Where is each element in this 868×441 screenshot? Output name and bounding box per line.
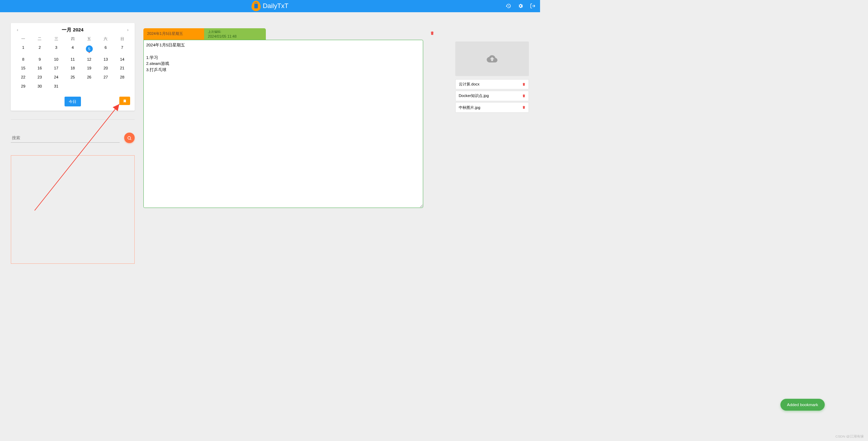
search-button[interactable]: [124, 133, 135, 143]
calendar-prev-button[interactable]: [15, 28, 20, 32]
file-name: 云计算.docx: [459, 82, 480, 87]
calendar-next-button[interactable]: [126, 28, 130, 32]
app-title: DailyTxT: [263, 2, 289, 10]
calendar-day[interactable]: 19: [81, 64, 97, 72]
app-title-group: DailyTxT: [252, 1, 289, 11]
calendar-month-label: 一月 2024: [62, 27, 83, 33]
header-actions: [506, 3, 536, 9]
calendar-day: [98, 82, 114, 90]
calendar-day[interactable]: 30: [32, 82, 48, 90]
calendar-day[interactable]: 5: [81, 43, 97, 54]
calendar-day[interactable]: 21: [114, 64, 130, 72]
calendar-day[interactable]: 17: [48, 64, 64, 72]
calendar-day[interactable]: 22: [15, 73, 31, 81]
delete-entry-button[interactable]: [430, 31, 435, 36]
calendar-day[interactable]: 18: [65, 64, 81, 72]
calendar-dow: 六: [98, 35, 114, 43]
svg-point-0: [128, 136, 130, 139]
calendar-day: [81, 82, 97, 90]
entry-header: 2024年1月5日星期五 上次编辑: 2024/01/05 11:48: [143, 28, 266, 39]
file-delete-button[interactable]: [522, 82, 526, 86]
calendar-dow: 日: [114, 35, 130, 43]
today-button[interactable]: 今日: [65, 97, 81, 106]
calendar-day[interactable]: 8: [15, 55, 31, 63]
file-name: Docker知识点.jpg: [459, 93, 489, 98]
search-input[interactable]: [11, 133, 120, 143]
file-row[interactable]: Docker知识点.jpg: [455, 91, 529, 101]
calendar-day[interactable]: 31: [48, 82, 64, 90]
gear-icon[interactable]: [518, 3, 523, 9]
calendar-day[interactable]: 12: [81, 55, 97, 63]
calendar-day[interactable]: 4: [65, 43, 81, 54]
calendar-dow: 二: [32, 35, 48, 43]
calendar-day[interactable]: 14: [114, 55, 130, 63]
entry-meta-tab: 上次编辑: 2024/01/05 11:48: [204, 28, 266, 39]
calendar-day[interactable]: 7: [114, 43, 130, 54]
calendar-day[interactable]: 25: [65, 73, 81, 81]
entry-date-tab: 2024年1月5日星期五: [143, 28, 204, 39]
calendar-day[interactable]: 11: [65, 55, 81, 63]
calendar-dow: 四: [65, 35, 81, 43]
calendar-day[interactable]: 10: [48, 55, 64, 63]
calendar-day[interactable]: 13: [98, 55, 114, 63]
history-icon[interactable]: [506, 3, 511, 9]
calendar-day[interactable]: 26: [81, 73, 97, 81]
logout-icon[interactable]: [530, 3, 536, 9]
calendar-day[interactable]: 3: [48, 43, 64, 54]
upload-zone[interactable]: [455, 42, 529, 76]
calendar-day[interactable]: 1: [15, 43, 31, 54]
calendar-day: [114, 82, 130, 90]
calendar-dow: 五: [81, 35, 97, 43]
calendar-card: 一月 2024 一二三四五六日 123456789101112131415161…: [11, 23, 135, 111]
calendar-day[interactable]: 23: [32, 73, 48, 81]
file-delete-button[interactable]: [522, 94, 526, 98]
calendar-day[interactable]: 6: [98, 43, 114, 54]
last-edit-label: 上次编辑:: [208, 30, 262, 34]
cloud-upload-icon: [487, 53, 497, 64]
file-row[interactable]: 中秋图片.jpg: [455, 102, 529, 112]
bookmark-button[interactable]: [119, 97, 130, 105]
search-results-panel: [11, 155, 135, 264]
file-name: 中秋图片.jpg: [459, 105, 480, 110]
file-delete-button[interactable]: [522, 105, 526, 109]
last-edit-time: 2024/01/05 11:48: [208, 34, 262, 38]
app-header: DailyTxT: [0, 0, 540, 12]
entry-editor[interactable]: [143, 40, 423, 208]
calendar-day[interactable]: 2: [32, 43, 48, 54]
calendar-day[interactable]: 29: [15, 82, 31, 90]
calendar-day[interactable]: 9: [32, 55, 48, 63]
sidebar-divider: [11, 119, 135, 120]
app-logo: [252, 1, 261, 11]
calendar-day[interactable]: 16: [32, 64, 48, 72]
calendar-day[interactable]: 20: [98, 64, 114, 72]
calendar-day[interactable]: 15: [15, 64, 31, 72]
calendar-dow: 一: [15, 35, 31, 43]
calendar-day: [65, 82, 81, 90]
calendar-day[interactable]: 24: [48, 73, 64, 81]
file-row[interactable]: 云计算.docx: [455, 79, 529, 89]
calendar-day[interactable]: 27: [98, 73, 114, 81]
calendar-dow: 三: [48, 35, 64, 43]
calendar-day[interactable]: 28: [114, 73, 130, 81]
